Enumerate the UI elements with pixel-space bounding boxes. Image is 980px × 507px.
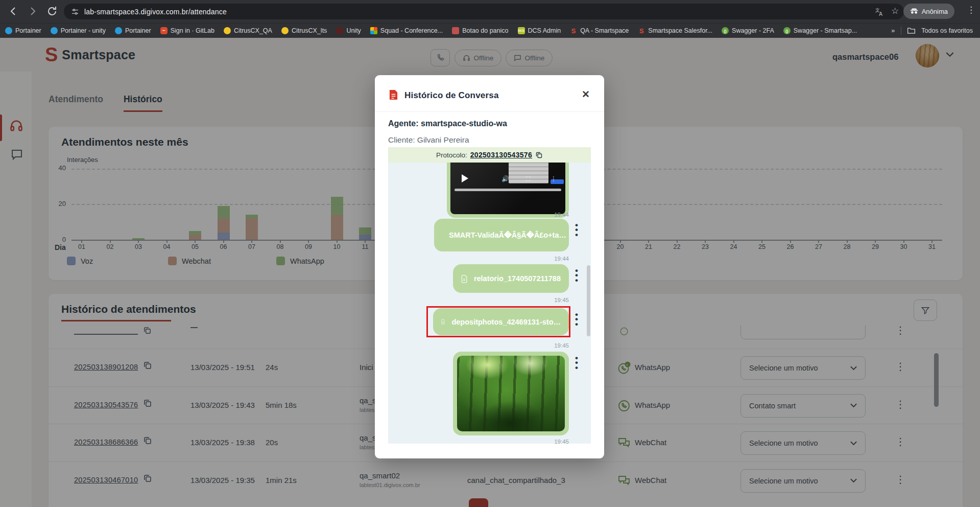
bookmark-item[interactable]: Portainer [5,27,41,34]
dialog-client: Cliente: Gilvani Pereira [388,135,469,145]
message-menu-icon[interactable]: • • • [575,268,578,283]
squad-favicon-icon [370,27,377,34]
swagger-favicon-icon: {} [722,27,729,34]
citrus-favicon-icon [281,27,289,34]
bookmark-item[interactable]: DCS DCS Admin [518,27,561,34]
video-progress-bar[interactable] [455,189,561,191]
close-icon[interactable]: ✕ [582,88,590,100]
bookmark-label: CitrusCX_QA [234,27,272,34]
unity-favicon-icon [336,27,343,34]
bookmark-item[interactable]: – Sign in · GitLab [160,27,214,34]
address-bar[interactable]: lab-smartspace3.digivox.com.br/attendanc… [64,4,904,19]
browser-toolbar: lab-smartspace3.digivox.com.br/attendanc… [0,0,980,23]
translate-icon[interactable]: 文A [874,7,885,17]
incognito-icon [910,8,918,14]
bookmark-item[interactable]: Botao do panico [452,27,508,34]
browser-chrome: lab-smartspace3.digivox.com.br/attendanc… [0,0,980,38]
bookmark-item[interactable]: Unity [336,27,361,34]
bookmark-item[interactable]: {} Swagger - 2FA [722,27,774,34]
smartspace-favicon-icon: S [638,27,645,34]
forest-photo[interactable] [457,356,565,431]
video-player[interactable]: 🔊 ⛶ ⋮ [450,163,565,214]
message-file[interactable]: depositphotos_42469131-sto… • • • [433,308,569,335]
video-menu-icon[interactable]: ⋮ [551,175,557,182]
smartspace-favicon-icon: S [570,27,577,34]
message-time: 19:45 [554,342,569,349]
dialog-agent: Agente: smartspace-studio-wa [388,119,507,128]
message-menu-icon[interactable]: • • • [575,312,578,327]
message-time: 19:45 [554,439,569,444]
bookmark-item[interactable]: S QA - Smartspace [570,27,629,34]
bookmark-star-icon[interactable]: ☆ [891,6,903,18]
chat-scrollbar[interactable] [587,265,590,336]
url-text: lab-smartspace3.digivox.com.br/attendanc… [84,8,227,16]
portainer-favicon-icon [5,27,12,34]
swagger-favicon-icon: {} [783,27,791,34]
bookmark-label: Squad - Conference... [380,27,443,34]
bookmark-item[interactable]: S Smartspace Salesfor... [638,27,712,34]
file-name: relatorio_1740507211788 [474,274,561,283]
file-icon [461,271,467,286]
bookmark-item[interactable]: Squad - Conference... [370,27,443,34]
bookmark-item[interactable]: Portainer [115,27,151,34]
conversation-scroll-area[interactable]: 🔊 ⛶ ⋮ 19:44 SMART-ValidaÃ�Â§Ã�Â£o+ta… • … [388,163,591,444]
message-time: 19:44 [554,212,569,218]
bookmark-item[interactable]: {} Swagger - Smartsap... [783,27,857,34]
back-icon[interactable] [7,5,19,17]
file-name: SMART-ValidaÃ�Â§Ã�Â£o+ta… [449,231,566,239]
bookmark-label: Portainer - unity [61,27,106,34]
bookmarks-overflow: » Todos os favoritos [891,23,973,38]
message-video[interactable]: 🔊 ⛶ ⋮ [447,163,569,218]
message-file[interactable]: relatorio_1740507211788 • • • [453,264,569,293]
message-time: 19:44 [554,256,569,262]
panic-favicon-icon [452,27,459,34]
reload-icon[interactable] [46,5,58,17]
bookmark-label: DCS Admin [528,27,561,34]
overflow-chevron-icon[interactable]: » [891,27,895,34]
site-settings-icon[interactable] [71,8,79,16]
fullscreen-icon[interactable]: ⛶ [526,175,530,182]
bookmark-label: Portainer [125,27,151,34]
protocol-label: Protocolo: [436,151,467,159]
folder-icon [907,27,915,34]
portainer-favicon-icon [115,27,122,34]
file-bubble[interactable]: relatorio_1740507211788 [453,264,569,293]
bookmark-label: Swagger - Smartsap... [794,27,857,34]
volume-icon[interactable]: 🔊 [501,175,509,182]
divider [901,27,901,35]
file-bubble[interactable]: SMART-ValidaÃ�Â§Ã�Â£o+ta… [434,219,569,251]
copy-icon[interactable] [535,151,543,159]
message-file[interactable]: SMART-ValidaÃ�Â§Ã�Â£o+ta… • • • [434,219,569,251]
message-menu-icon[interactable]: • • • [575,356,578,370]
dcs-favicon-icon: DCS [518,27,525,34]
portainer-favicon-icon [51,27,58,34]
protocol-value[interactable]: 202503130543576 [470,151,532,159]
citrus-favicon-icon [224,27,231,34]
browser-menu-icon[interactable]: ⋮ [967,5,979,17]
message-menu-icon[interactable]: • • • [575,223,578,237]
bookmark-label: Unity [346,27,361,34]
file-icon [441,314,445,329]
protocol-bar: Protocolo: 202503130543576 [388,147,591,163]
image-bubble [453,352,569,435]
dialog-title: Histórico de Conversa [404,90,499,101]
gitlab-favicon-icon: – [160,27,168,34]
bookmark-label: Sign in · GitLab [171,27,214,34]
play-icon[interactable] [462,174,468,182]
document-icon [389,89,398,101]
bookmark-item[interactable]: CitrusCX_QA [224,27,272,34]
bookmark-label: QA - Smartspace [580,27,629,34]
message-image[interactable]: • • • [453,352,569,435]
conversation-history-dialog: Histórico de Conversa ✕ Agente: smartspa… [375,75,604,458]
bookmarks-bar: Portainer Portainer - unity Portainer – … [0,23,980,38]
video-bubble: 🔊 ⛶ ⋮ [447,163,569,218]
bookmark-item[interactable]: Portainer - unity [51,27,106,34]
svg-text:A: A [879,11,882,17]
file-bubble[interactable]: depositphotos_42469131-sto… [433,308,569,335]
all-favorites-label[interactable]: Todos os favoritos [921,27,973,34]
bookmark-item[interactable]: CitrusCX_lts [281,27,327,34]
forward-icon[interactable] [27,5,39,17]
incognito-badge[interactable]: Anônima [903,4,954,19]
bookmark-label: Botao do panico [462,27,508,34]
bookmark-label: Swagger - 2FA [732,27,774,34]
